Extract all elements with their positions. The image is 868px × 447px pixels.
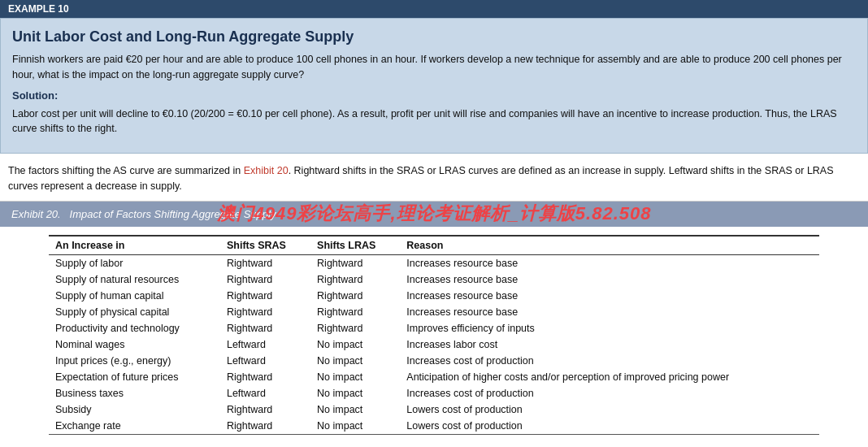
aggregate-supply-table: An Increase in Shifts SRAS Shifts LRAS R…	[49, 235, 819, 435]
col-header-lras: Shifts LRAS	[310, 236, 400, 255]
table-row: Supply of laborRightwardRightwardIncreas…	[49, 254, 819, 271]
table-cell-9-0: Subsidy	[49, 401, 220, 418]
example-question: Finnish workers are paid €20 per hour an…	[12, 52, 856, 83]
table-cell-10-0: Exchange rate	[49, 418, 220, 435]
table-cell-10-1: Rightward	[220, 418, 310, 435]
table-cell-7-3: Anticipation of higher costs and/or perc…	[400, 369, 819, 385]
table-cell-1-0: Supply of natural resources	[49, 271, 220, 288]
exhibit-header: Exhibit 20. Impact of Factors Shifting A…	[0, 202, 868, 227]
table-cell-9-2: No impact	[310, 401, 400, 418]
body-text-section: The factors shifting the AS curve are su…	[0, 154, 868, 202]
table-row: Nominal wagesLeftwardNo impactIncreases …	[49, 336, 819, 353]
table-cell-3-3: Increases resource base	[400, 304, 819, 320]
table-cell-7-2: No impact	[310, 369, 400, 385]
table-cell-6-0: Input prices (e.g., energy)	[49, 353, 220, 369]
table-cell-5-0: Nominal wages	[49, 336, 220, 353]
table-cell-10-3: Lowers cost of production	[400, 418, 819, 435]
table-cell-4-2: Rightward	[310, 320, 400, 336]
solution-label: Solution:	[12, 89, 856, 102]
table-cell-7-1: Rightward	[220, 369, 310, 385]
table-cell-7-0: Expectation of future prices	[49, 369, 220, 385]
table-cell-6-3: Increases cost of production	[400, 353, 819, 369]
table-cell-6-1: Leftward	[220, 353, 310, 369]
table-row: Supply of physical capitalRightwardRight…	[49, 304, 819, 320]
table-cell-0-3: Increases resource base	[400, 254, 819, 271]
col-header-reason: Reason	[400, 236, 819, 255]
table-cell-4-1: Rightward	[220, 320, 310, 336]
exhibit-label: Exhibit 20.	[11, 208, 61, 220]
table-cell-8-3: Increases cost of production	[400, 385, 819, 401]
table-cell-3-0: Supply of physical capital	[49, 304, 220, 320]
table-cell-8-0: Business taxes	[49, 385, 220, 401]
table-row: Exchange rateRightwardNo impactLowers co…	[49, 418, 819, 435]
table-cell-0-1: Rightward	[220, 254, 310, 271]
table-cell-4-3: Improves efficiency of inputs	[400, 320, 819, 336]
table-cell-0-0: Supply of labor	[49, 254, 220, 271]
table-cell-2-0: Supply of human capital	[49, 288, 220, 304]
table-row: Business taxesLeftwardNo impactIncreases…	[49, 385, 819, 401]
solution-text: Labor cost per unit will decline to €0.1…	[12, 106, 856, 137]
table-row: Productivity and technologyRightwardRigh…	[49, 320, 819, 336]
table-row: Supply of natural resourcesRightwardRigh…	[49, 271, 819, 288]
table-row: Supply of human capitalRightwardRightwar…	[49, 288, 819, 304]
col-header-increase: An Increase in	[49, 236, 220, 255]
exhibit-title: Impact of Factors Shifting Aggregate Sup…	[63, 208, 276, 220]
col-header-sras: Shifts SRAS	[220, 236, 310, 255]
table-header: An Increase in Shifts SRAS Shifts LRAS R…	[49, 236, 819, 255]
table-cell-4-0: Productivity and technology	[49, 320, 220, 336]
table-cell-6-2: No impact	[310, 353, 400, 369]
table-row: Input prices (e.g., energy)LeftwardNo im…	[49, 353, 819, 369]
example-box: Unit Labor Cost and Long-Run Aggregate S…	[0, 18, 868, 154]
body-text-prefix: The factors shifting the AS curve are su…	[8, 165, 244, 176]
table-cell-1-3: Increases resource base	[400, 271, 819, 288]
table-cell-5-2: No impact	[310, 336, 400, 353]
table-cell-1-2: Rightward	[310, 271, 400, 288]
example-title: Unit Labor Cost and Long-Run Aggregate S…	[12, 28, 856, 46]
table-cell-3-1: Rightward	[220, 304, 310, 320]
table-cell-10-2: No impact	[310, 418, 400, 435]
table-row: Expectation of future pricesRightwardNo …	[49, 369, 819, 385]
table-cell-2-1: Rightward	[220, 288, 310, 304]
table-cell-1-1: Rightward	[220, 271, 310, 288]
table-cell-5-1: Leftward	[220, 336, 310, 353]
table-row: SubsidyRightwardNo impactLowers cost of …	[49, 401, 819, 418]
table-cell-8-1: Leftward	[220, 385, 310, 401]
table-container: An Increase in Shifts SRAS Shifts LRAS R…	[0, 227, 868, 448]
exhibit-link[interactable]: Exhibit 20	[244, 165, 289, 176]
table-cell-9-1: Rightward	[220, 401, 310, 418]
example-header: EXAMPLE 10	[0, 0, 868, 18]
table-cell-9-3: Lowers cost of production	[400, 401, 819, 418]
example-header-label: EXAMPLE 10	[8, 3, 69, 15]
table-cell-2-2: Rightward	[310, 288, 400, 304]
table-cell-0-2: Rightward	[310, 254, 400, 271]
table-cell-8-2: No impact	[310, 385, 400, 401]
table-cell-2-3: Increases resource base	[400, 288, 819, 304]
table-cell-5-3: Increases labor cost	[400, 336, 819, 353]
table-cell-3-2: Rightward	[310, 304, 400, 320]
table-body: Supply of laborRightwardRightwardIncreas…	[49, 254, 819, 434]
